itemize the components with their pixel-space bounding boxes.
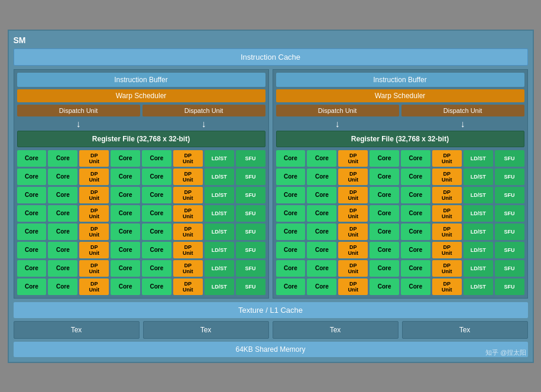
right-register-file: Register File (32,768 x 32-bit) [276,131,524,147]
tex-row: Tex Tex Tex Tex [14,321,528,339]
core-cell: Core [111,223,140,240]
core-cell: Core [307,278,336,295]
left-cores-grid: CoreCoreDPUnitCoreCoreDPUnitLD/STSFUCore… [17,150,265,295]
ldst-cell: LD/ST [464,223,493,240]
core-cell: Core [111,205,140,222]
ldst-cell: LD/ST [205,242,234,258]
two-column-layout: Instruction Buffer Warp Scheduler Dispat… [14,69,528,299]
sfu-cell: SFU [236,205,265,222]
core-cell: Core [48,260,77,277]
dp-unit-cell: DPUnit [432,150,462,167]
sfu-cell: SFU [495,205,524,222]
core-cell: Core [370,205,399,222]
dp-unit-cell: DPUnit [432,223,462,240]
ldst-cell: LD/ST [205,169,234,185]
ldst-cell: LD/ST [464,242,493,258]
core-cell: Core [370,150,399,167]
core-cell: Core [307,150,336,167]
left-dispatch-row: Dispatch Unit Dispatch Unit [17,105,265,116]
cores-row: CoreCoreDPUnitCoreCoreDPUnitLD/STSFU [17,242,265,258]
shared-memory: 64KB Shared Memory [14,342,528,357]
core-cell: Core [370,187,399,203]
right-instruction-buffer: Instruction Buffer [276,73,524,87]
sfu-cell: SFU [495,223,524,240]
left-dispatch-unit-1: Dispatch Unit [17,105,140,116]
sfu-cell: SFU [236,223,265,240]
core-cell: Core [401,169,430,185]
core-cell: Core [142,150,171,167]
dp-unit-cell: DPUnit [338,187,368,203]
core-cell: Core [48,187,77,203]
sfu-cell: SFU [495,260,524,277]
tex-3: Tex [273,321,399,339]
tex-2: Tex [143,321,269,339]
dp-unit-cell: DPUnit [338,260,368,277]
dp-unit-cell: DPUnit [79,169,109,185]
core-cell: Core [307,169,336,185]
dp-unit-cell: DPUnit [79,223,109,240]
core-cell: Core [401,242,430,258]
core-cell: Core [17,278,47,295]
core-cell: Core [142,205,171,222]
core-cell: Core [142,278,171,295]
core-cell: Core [142,223,171,240]
sfu-cell: SFU [495,242,524,258]
core-cell: Core [48,242,77,258]
cores-row: CoreCoreDPUnitCoreCoreDPUnitLD/STSFU [276,242,524,258]
ldst-cell: LD/ST [464,169,493,185]
core-cell: Core [17,205,47,222]
left-instruction-buffer: Instruction Buffer [17,73,265,87]
watermark: 知乎 @捏太阳 [485,348,526,357]
left-warp-scheduler: Warp Scheduler [17,89,265,102]
core-cell: Core [307,242,336,258]
core-cell: Core [307,205,336,222]
dp-unit-cell: DPUnit [173,223,203,240]
cores-row: CoreCoreDPUnitCoreCoreDPUnitLD/STSFU [17,187,265,203]
core-cell: Core [401,278,430,295]
core-cell: Core [276,242,306,258]
ldst-cell: LD/ST [205,278,234,295]
cores-row: CoreCoreDPUnitCoreCoreDPUnitLD/STSFU [17,260,265,277]
ldst-cell: LD/ST [205,187,234,203]
dp-unit-cell: DPUnit [173,169,203,185]
dp-unit-cell: DPUnit [173,187,203,203]
ldst-cell: LD/ST [205,205,234,222]
core-cell: Core [401,150,430,167]
core-cell: Core [307,260,336,277]
right-dispatch-row: Dispatch Unit Dispatch Unit [276,105,524,116]
sfu-cell: SFU [495,187,524,203]
core-cell: Core [111,150,140,167]
cores-row: CoreCoreDPUnitCoreCoreDPUnitLD/STSFU [17,150,265,167]
sfu-cell: SFU [236,150,265,167]
dp-unit-cell: DPUnit [338,278,368,295]
right-dispatch-unit-1: Dispatch Unit [276,105,399,116]
core-cell: Core [142,187,171,203]
cores-row: CoreCoreDPUnitCoreCoreDPUnitLD/STSFU [276,150,524,167]
dp-unit-cell: DPUnit [79,278,109,295]
dp-unit-cell: DPUnit [79,150,109,167]
right-arrows: ↓ ↓ [276,119,524,129]
cores-row: CoreCoreDPUnitCoreCoreDPUnitLD/STSFU [17,169,265,185]
core-cell: Core [401,187,430,203]
core-cell: Core [370,169,399,185]
ldst-cell: LD/ST [205,260,234,277]
core-cell: Core [276,278,306,295]
core-cell: Core [276,187,306,203]
core-cell: Core [307,187,336,203]
dp-unit-cell: DPUnit [338,223,368,240]
dp-unit-cell: DPUnit [338,150,368,167]
right-half: Instruction Buffer Warp Scheduler Dispat… [273,69,528,299]
core-cell: Core [276,223,306,240]
texture-l1-cache: Texture / L1 Cache [14,302,528,318]
core-cell: Core [276,150,306,167]
dp-unit-cell: DPUnit [338,242,368,258]
tex-4: Tex [402,321,528,339]
core-cell: Core [48,205,77,222]
core-cell: Core [17,223,47,240]
sfu-cell: SFU [236,169,265,185]
left-half: Instruction Buffer Warp Scheduler Dispat… [14,69,269,299]
sfu-cell: SFU [236,278,265,295]
core-cell: Core [48,223,77,240]
core-cell: Core [276,205,306,222]
core-cell: Core [48,278,77,295]
